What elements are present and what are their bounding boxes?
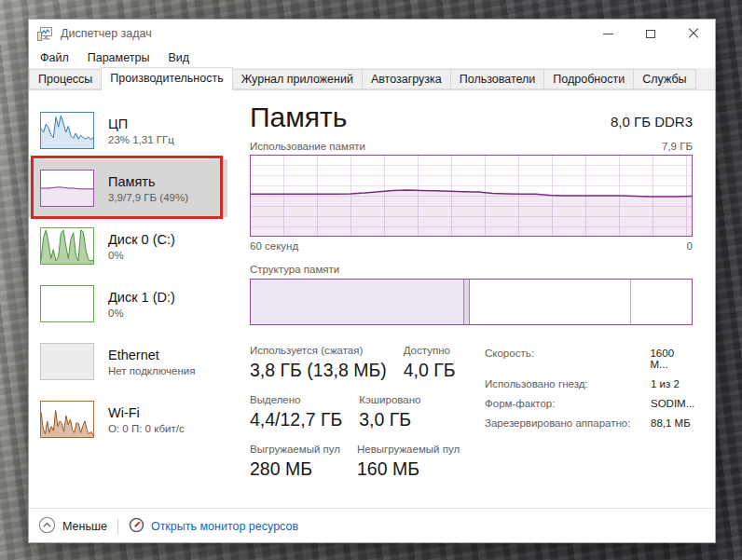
detail-speed: 1600 М... bbox=[650, 348, 694, 370]
memory-sparkline bbox=[40, 170, 94, 207]
resource-monitor-icon bbox=[129, 517, 144, 536]
tab-processes[interactable]: Процессы bbox=[29, 69, 102, 89]
stat-in-use: 3,8 ГБ (13,8 МБ) bbox=[250, 360, 387, 381]
chevron-up-circle-icon bbox=[38, 516, 56, 537]
sidebar-item-ethernet[interactable]: Ethernet Нет подключения bbox=[29, 333, 227, 390]
sidebar-item-disk0[interactable]: Диск 0 (C:) 0% bbox=[29, 217, 227, 275]
usage-chart-max-label: 7,9 ГБ bbox=[662, 141, 693, 152]
sidebar-item-memory[interactable]: Память 3,9/7,9 ГБ (49%) bbox=[29, 159, 227, 217]
sidebar-item-title: Диск 0 (C:) bbox=[108, 232, 175, 247]
less-button-label: Меньше bbox=[62, 520, 107, 533]
memory-composition-bar bbox=[250, 279, 693, 325]
detail-label: Форм-фактор: bbox=[485, 398, 651, 409]
stat-available: 4,0 ГБ bbox=[404, 360, 456, 381]
window-controls bbox=[586, 20, 715, 48]
maximize-button[interactable] bbox=[629, 20, 672, 48]
less-button[interactable]: Меньше bbox=[38, 516, 107, 537]
sidebar-item-cpu[interactable]: ЦП 23% 1,31 ГГц bbox=[29, 102, 227, 159]
detail-slots-used: 1 из 2 bbox=[651, 378, 680, 389]
detail-label: Скорость: bbox=[485, 348, 650, 370]
stat-label: Невыгружаемый пул bbox=[357, 444, 460, 455]
memory-total: 8,0 ГБ DDR3 bbox=[611, 114, 693, 132]
footer-divider bbox=[117, 519, 118, 535]
tab-services[interactable]: Службы bbox=[633, 69, 695, 89]
stat-label: Доступно bbox=[404, 345, 456, 356]
composition-label: Структура памяти bbox=[250, 264, 693, 275]
stat-label: Выгружаемый пул bbox=[250, 444, 340, 455]
disk1-sparkline bbox=[40, 285, 94, 322]
stat-cached: 3,0 ГБ bbox=[359, 409, 420, 430]
tab-strip: Процессы Производительность Журнал прило… bbox=[29, 68, 715, 90]
sidebar-item-subtitle: 0% bbox=[108, 250, 175, 261]
stat-label: Кэшировано bbox=[359, 394, 420, 405]
detail-form-factor: SODIM... bbox=[651, 398, 694, 409]
page-title: Память bbox=[250, 102, 348, 132]
window-title: Диспетчер задач bbox=[61, 27, 152, 40]
cpu-sparkline bbox=[40, 112, 94, 149]
sidebar-item-title: Ethernet bbox=[108, 348, 196, 362]
performance-body: ЦП 23% 1,31 ГГц Память 3,9/7,9 ГБ (49%) … bbox=[29, 90, 715, 508]
title-bar: Диспетчер задач bbox=[29, 20, 715, 48]
tab-startup[interactable]: Автозагрузка bbox=[362, 69, 451, 89]
sidebar-item-title: Диск 1 (D:) bbox=[108, 290, 175, 305]
menu-options[interactable]: Параметры bbox=[78, 49, 159, 66]
maximize-icon bbox=[646, 30, 655, 38]
memory-segment-modified bbox=[463, 280, 470, 324]
usage-chart-x-right: 0 bbox=[687, 240, 693, 252]
memory-panel: Память 8,0 ГБ DDR3 Использование памяти … bbox=[227, 90, 715, 508]
detail-label: Использовано гнезд: bbox=[485, 378, 651, 389]
sidebar-item-title: ЦП bbox=[108, 116, 174, 131]
detail-hardware-reserved: 88,1 МБ bbox=[651, 417, 691, 429]
tab-performance[interactable]: Производительность bbox=[101, 67, 232, 90]
sidebar-item-disk1[interactable]: Диск 1 (D:) 0% bbox=[29, 275, 227, 333]
task-manager-app-icon bbox=[37, 26, 54, 41]
task-manager-window: Диспетчер задач Файл Параметры Вид Проце… bbox=[28, 19, 716, 543]
desktop-background: { "window": { "title": "Диспетчер задач"… bbox=[0, 0, 742, 560]
menu-bar: Файл Параметры Вид bbox=[29, 48, 715, 68]
sidebar-item-subtitle: О: 0 П: 0 кбит/с bbox=[108, 423, 185, 434]
sidebar-item-wifi[interactable]: Wi-Fi О: 0 П: 0 кбит/с bbox=[29, 390, 227, 448]
menu-view[interactable]: Вид bbox=[158, 49, 199, 66]
stat-label: Используется (сжатая) bbox=[250, 345, 387, 356]
stat-label: Выделено bbox=[250, 394, 342, 405]
tab-app-history[interactable]: Журнал приложений bbox=[232, 69, 363, 89]
sidebar-item-subtitle: 3,9/7,9 ГБ (49%) bbox=[108, 192, 188, 203]
memory-segment-in-use bbox=[251, 280, 463, 324]
resource-monitor-link-label: Открыть монитор ресурсов bbox=[151, 520, 298, 533]
minimize-icon bbox=[603, 34, 613, 34]
sidebar-item-subtitle: Нет подключения bbox=[108, 365, 196, 376]
usage-chart-x-left: 60 секунд bbox=[250, 240, 298, 252]
memory-segment-free bbox=[631, 280, 692, 324]
sidebar-item-subtitle: 0% bbox=[108, 307, 175, 319]
sidebar-item-title: Wi-Fi bbox=[108, 405, 185, 420]
memory-segment-standby bbox=[470, 280, 631, 324]
menu-file[interactable]: Файл bbox=[31, 49, 78, 66]
disk0-sparkline bbox=[40, 227, 94, 265]
stat-committed: 4,4/12,7 ГБ bbox=[250, 409, 342, 430]
sidebar-item-title: Память bbox=[108, 174, 188, 189]
memory-details: Скорость: 1600 М... Использовано гнезд: … bbox=[485, 345, 694, 493]
usage-chart-label: Использование памяти bbox=[250, 141, 365, 152]
stat-paged-pool: 280 МБ bbox=[250, 458, 340, 480]
tab-users[interactable]: Пользователи bbox=[450, 69, 545, 89]
wifi-sparkline bbox=[40, 401, 94, 438]
memory-usage-chart bbox=[250, 155, 693, 237]
stat-nonpaged-pool: 160 МБ bbox=[357, 458, 460, 480]
ethernet-sparkline bbox=[40, 343, 94, 380]
close-button[interactable] bbox=[672, 20, 715, 48]
memory-stats: Используется (сжатая) 3,8 ГБ (13,8 МБ) Д… bbox=[250, 345, 693, 493]
performance-sidebar: ЦП 23% 1,31 ГГц Память 3,9/7,9 ГБ (49%) … bbox=[29, 90, 227, 508]
footer-bar: Меньше Открыть монитор ресурсов bbox=[29, 508, 715, 544]
minimize-button[interactable] bbox=[586, 20, 629, 48]
tab-details[interactable]: Подробности bbox=[543, 69, 634, 89]
sidebar-item-subtitle: 23% 1,31 ГГц bbox=[108, 134, 174, 145]
open-resource-monitor-link[interactable]: Открыть монитор ресурсов bbox=[129, 517, 298, 536]
close-icon bbox=[688, 28, 699, 39]
detail-label: Зарезервировано аппаратно: bbox=[485, 417, 651, 429]
